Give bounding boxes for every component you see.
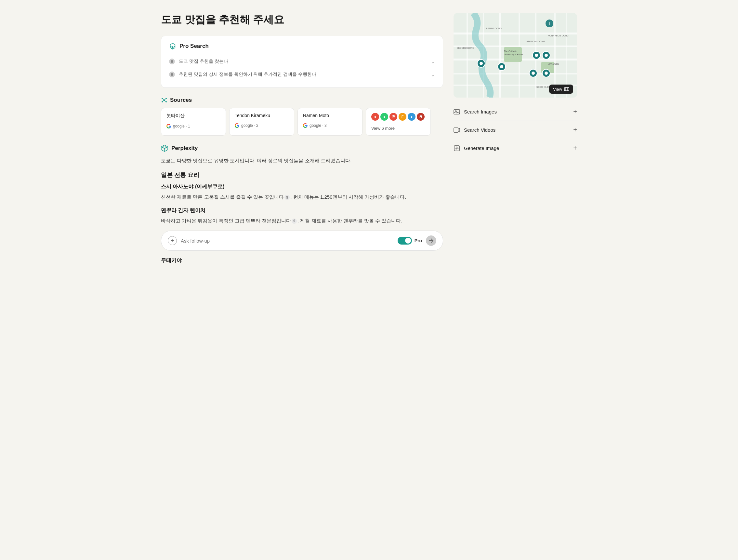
svg-point-45: [531, 71, 535, 75]
svg-text:BANPO-DONG: BANPO-DONG: [486, 27, 502, 30]
send-button[interactable]: [426, 236, 436, 246]
sources-header: Sources: [161, 97, 443, 103]
svg-text:YEOKSAM: YEOKSAM: [548, 63, 559, 65]
perplexity-logo-icon: [169, 43, 176, 50]
sidebar: JAMWON-DONG NONHYEON-DONG SEOCHO-DONG BA…: [453, 13, 577, 267]
restaurant-2-name: 덴뿌라 긴자 텐이치: [161, 207, 443, 214]
map-container: JAMWON-DONG NONHYEON-DONG SEOCHO-DONG BA…: [453, 13, 577, 97]
generate-image-action[interactable]: Generate Image +: [453, 139, 577, 157]
svg-point-43: [544, 54, 548, 57]
svg-text:The Catholic: The Catholic: [504, 50, 517, 52]
followup-plus-icon[interactable]: +: [168, 236, 177, 245]
svg-point-41: [535, 54, 538, 57]
sources-grid: 봇타야산 google · 1 Tendon Kirameku: [161, 108, 443, 135]
perplexity-header: Perplexity: [161, 145, 443, 152]
map-view-label: View: [553, 87, 562, 92]
search-videos-label: Search Videos: [464, 127, 495, 133]
pro-search-item-text-2: 추천된 맛집의 상세 정보를 확인하기 위해 추가적인 검색을 수행한다: [179, 71, 316, 77]
pro-search-header: Pro Search: [169, 43, 435, 50]
source-dot-1: ●: [371, 113, 379, 121]
chevron-down-icon-1: ⌄: [431, 58, 435, 65]
perplexity-brand-icon: [161, 145, 168, 152]
svg-text:1: 1: [548, 22, 550, 26]
pro-search-box: Pro Search 도쿄 맛집 추천을 찾는다 ⌄ 추천된 맛집의 상세 정보…: [161, 36, 443, 88]
chevron-down-icon-2: ⌄: [431, 71, 435, 78]
svg-rect-51: [454, 128, 458, 132]
image-icon: [453, 108, 460, 115]
svg-rect-19: [499, 13, 501, 97]
source-label-2: google · 2: [241, 123, 259, 128]
source-card-name-1: 봇타야산: [166, 113, 221, 119]
source-more-card[interactable]: ● ● 寿 F ● 寿 View 6 more: [366, 108, 431, 135]
search-images-plus-icon: +: [573, 108, 577, 115]
svg-text:JAMWON-DONG: JAMWON-DONG: [525, 40, 545, 43]
svg-rect-49: [454, 109, 460, 114]
source-dot-2: ●: [380, 113, 388, 121]
restaurant-3-name: 무테키야: [161, 257, 443, 264]
sources-icon: [161, 97, 167, 103]
svg-line-8: [164, 98, 166, 100]
svg-line-10: [164, 100, 166, 102]
google-icon-3: [303, 123, 308, 128]
followup-input[interactable]: [181, 238, 394, 244]
svg-text:SEOCHO-DONG: SEOCHO-DONG: [457, 47, 474, 49]
svg-line-9: [162, 100, 164, 102]
answer-intro: 도쿄는 다양한 맛집으로 유명한 도시입니다. 여러 장르의 맛집들을 소개해 …: [161, 157, 443, 165]
main-content: 도쿄 맛집을 추천해 주세요 Pro Search 도쿄 맛집 추천을 찾는다: [161, 13, 443, 267]
followup-bar[interactable]: + Pro: [161, 231, 443, 251]
search-videos-action[interactable]: Search Videos +: [453, 121, 577, 139]
pro-toggle-switch[interactable]: [398, 237, 412, 245]
generate-image-plus-icon: +: [573, 145, 577, 152]
restaurant-1-name: 스시 아사노야 (이케부쿠로): [161, 184, 443, 190]
svg-rect-15: [453, 73, 577, 74]
source-card-3[interactable]: Ramen Moto google · 3: [298, 108, 363, 135]
restaurant-1-desc: 신선한 재료로 만든 고품질 스시를 즐길 수 있는 곳입니다9. 런치 메뉴는…: [161, 193, 443, 201]
pro-search-item-text-1: 도쿄 맛집 추천을 찾는다: [179, 58, 228, 64]
sparkle-icon: [453, 145, 460, 152]
source-dot-5: ●: [408, 113, 415, 121]
search-videos-plus-icon: +: [573, 126, 577, 133]
perplexity-title: Perplexity: [171, 145, 198, 152]
svg-line-7: [162, 98, 164, 100]
pro-label: Pro: [414, 238, 422, 243]
pro-search-item-2[interactable]: 추천된 맛집의 상세 정보를 확인하기 위해 추가적인 검색을 수행한다 ⌄: [169, 68, 435, 81]
source-card-footer-1: google · 1: [166, 124, 221, 128]
svg-rect-48: [565, 87, 569, 91]
sources-title: Sources: [170, 97, 192, 103]
video-icon: [453, 127, 460, 133]
citation-9a: 9: [285, 195, 290, 200]
pro-search-item-1[interactable]: 도쿄 맛집 추천을 찾는다 ⌄: [169, 55, 435, 68]
restaurant-2-desc: 바삭하고 가벼운 튀김옷이 특징인 고급 덴뿌라 전문점입니다9. 제철 재료를…: [161, 217, 443, 225]
citation-9b: 9: [292, 219, 297, 224]
send-icon: [428, 238, 434, 243]
svg-rect-17: [466, 13, 468, 97]
source-dot-6: 寿: [417, 113, 425, 121]
source-card-name-2: Tendon Kirameku: [235, 113, 289, 118]
pro-toggle[interactable]: Pro: [398, 237, 422, 245]
svg-point-50: [455, 110, 456, 112]
search-images-action[interactable]: Search Images +: [453, 103, 577, 121]
section-heading-1: 일본 전통 요리: [161, 171, 443, 179]
svg-point-47: [544, 71, 548, 75]
source-label-1: google · 1: [173, 124, 190, 128]
search-images-label: Search Images: [464, 109, 497, 114]
source-card-footer-3: google · 3: [303, 123, 357, 128]
view-more-label: View 6 more: [371, 126, 425, 131]
source-more-icons: ● ● 寿 F ● 寿: [371, 113, 425, 121]
svg-point-0: [171, 60, 173, 63]
pro-search-title: Pro Search: [179, 43, 209, 49]
check-icon-1: [169, 58, 175, 64]
svg-point-39: [500, 65, 503, 68]
svg-point-1: [171, 73, 173, 76]
source-card-1[interactable]: 봇타야산 google · 1: [161, 108, 226, 135]
google-icon-2: [235, 123, 239, 128]
source-card-name-3: Ramen Moto: [303, 113, 357, 118]
toggle-knob: [405, 238, 411, 244]
source-dot-3: 寿: [389, 113, 397, 121]
source-card-2[interactable]: Tendon Kirameku google · 2: [229, 108, 294, 135]
map-view-button[interactable]: View: [549, 84, 573, 94]
svg-text:University of Korea: University of Korea: [504, 53, 523, 56]
google-icon-1: [166, 124, 171, 128]
map-icon: [564, 86, 569, 92]
source-dot-4: F: [399, 113, 406, 121]
